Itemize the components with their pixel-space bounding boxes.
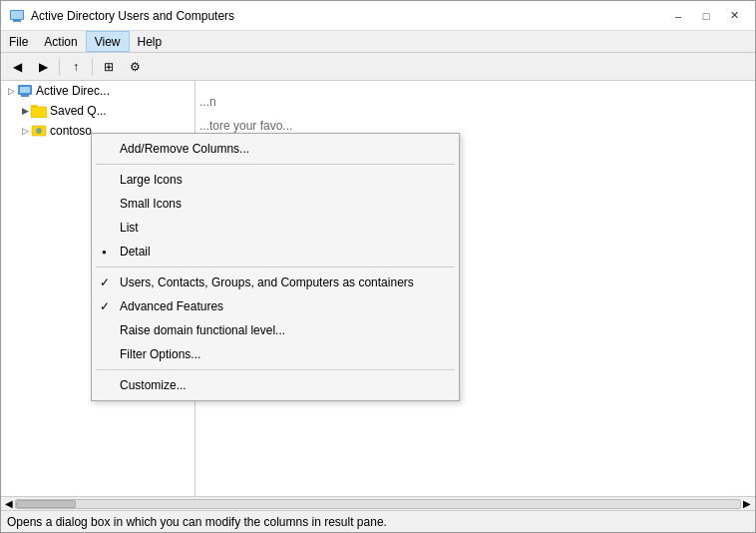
toolbar-forward[interactable]: ▶ <box>31 56 55 78</box>
menu-entry-large-icons[interactable]: Large Icons <box>92 168 459 192</box>
tree-item-active-directory[interactable]: ▷ Active Direc... <box>1 81 194 101</box>
scroll-thumb[interactable] <box>16 500 76 508</box>
menu-view[interactable]: View <box>86 31 130 52</box>
menu-bar: File Action View Help <box>1 31 755 53</box>
view-dropdown-menu: Add/Remove Columns... Large Icons Small … <box>91 133 460 401</box>
main-window: Active Directory Users and Computers – □… <box>0 0 756 533</box>
svg-rect-1 <box>13 20 21 22</box>
menu-label-advanced-features: Advanced Features <box>120 299 223 313</box>
menu-label-list: List <box>120 221 139 235</box>
separator-1 <box>96 164 455 165</box>
title-bar-left: Active Directory Users and Computers <box>9 8 234 24</box>
menu-entry-add-remove-columns[interactable]: Add/Remove Columns... <box>92 137 459 161</box>
menu-label-filter-options: Filter Options... <box>120 347 200 361</box>
menu-label-users-contacts: Users, Contacts, Groups, and Computers a… <box>120 275 414 289</box>
expand-icon-sq: ▶ <box>19 105 31 117</box>
expand-icon-contoso: ▷ <box>19 125 31 137</box>
status-text: Opens a dialog box in which you can modi… <box>7 515 387 529</box>
tree-label-ad: Active Direc... <box>36 84 110 98</box>
menu-entry-raise-domain[interactable]: Raise domain functional level... <box>92 318 459 342</box>
menu-entry-small-icons[interactable]: Small Icons <box>92 192 459 216</box>
menu-entry-list[interactable]: List <box>92 216 459 240</box>
scroll-left-btn[interactable]: ◀ <box>3 498 15 509</box>
folder-icon <box>31 104 47 118</box>
content-area: ▷ Active Direc... ▶ Saved Q... ▷ <box>1 81 755 496</box>
svg-rect-2 <box>11 11 23 19</box>
users-contacts-check: ✓ <box>100 275 110 289</box>
tree-label-sq: Saved Q... <box>50 104 107 118</box>
ad-icon <box>17 83 33 99</box>
toolbar-grid[interactable]: ⊞ <box>97 56 121 78</box>
toolbar-back[interactable]: ◀ <box>5 56 29 78</box>
window-title: Active Directory Users and Computers <box>31 9 234 23</box>
advanced-features-check: ✓ <box>100 299 110 313</box>
minimize-button[interactable]: – <box>665 6 691 26</box>
menu-action[interactable]: Action <box>36 31 85 52</box>
toolbar-filter[interactable]: ⚙ <box>123 56 147 78</box>
menu-label-raise-domain: Raise domain functional level... <box>120 323 285 337</box>
menu-label-add-remove-columns: Add/Remove Columns... <box>120 142 249 156</box>
menu-file[interactable]: File <box>1 31 36 52</box>
title-bar-controls: – □ ✕ <box>665 6 747 26</box>
menu-label-large-icons: Large Icons <box>120 173 183 187</box>
menu-entry-users-contacts[interactable]: ✓ Users, Contacts, Groups, and Computers… <box>92 270 459 294</box>
expand-icon: ▷ <box>5 85 17 97</box>
menu-label-customize: Customize... <box>120 378 187 392</box>
menu-label-detail: Detail <box>120 245 151 259</box>
horizontal-scrollbar[interactable]: ◀ ▶ <box>1 496 755 510</box>
menu-label-small-icons: Small Icons <box>120 197 182 211</box>
separator-2 <box>96 266 455 267</box>
scroll-right-btn[interactable]: ▶ <box>741 498 753 509</box>
menu-entry-filter-options[interactable]: Filter Options... <box>92 342 459 366</box>
scroll-track[interactable] <box>15 499 741 509</box>
toolbar-sep-1 <box>59 58 60 76</box>
svg-point-10 <box>36 128 42 134</box>
title-bar: Active Directory Users and Computers – □… <box>1 1 755 31</box>
menu-entry-detail[interactable]: ● Detail <box>92 240 459 264</box>
main-text-1: ...n <box>199 95 751 109</box>
app-icon <box>9 8 25 24</box>
toolbar-sep-2 <box>92 58 93 76</box>
separator-3 <box>96 369 455 370</box>
menu-help[interactable]: Help <box>130 31 171 52</box>
toolbar: ◀ ▶ ↑ ⊞ ⚙ <box>1 53 755 81</box>
maximize-button[interactable]: □ <box>693 6 719 26</box>
toolbar-up[interactable]: ↑ <box>64 56 88 78</box>
tree-item-saved-queries[interactable]: ▶ Saved Q... <box>1 101 194 121</box>
menu-entry-advanced-features[interactable]: ✓ Advanced Features <box>92 294 459 318</box>
svg-rect-5 <box>21 95 29 97</box>
menu-entry-customize[interactable]: Customize... <box>92 373 459 397</box>
svg-rect-4 <box>20 87 30 93</box>
detail-bullet: ● <box>102 248 107 257</box>
close-button[interactable]: ✕ <box>721 6 747 26</box>
main-text-2: ...tore your favo... <box>199 119 751 133</box>
status-bar: Opens a dialog box in which you can modi… <box>1 510 755 532</box>
domain-icon <box>31 124 47 138</box>
